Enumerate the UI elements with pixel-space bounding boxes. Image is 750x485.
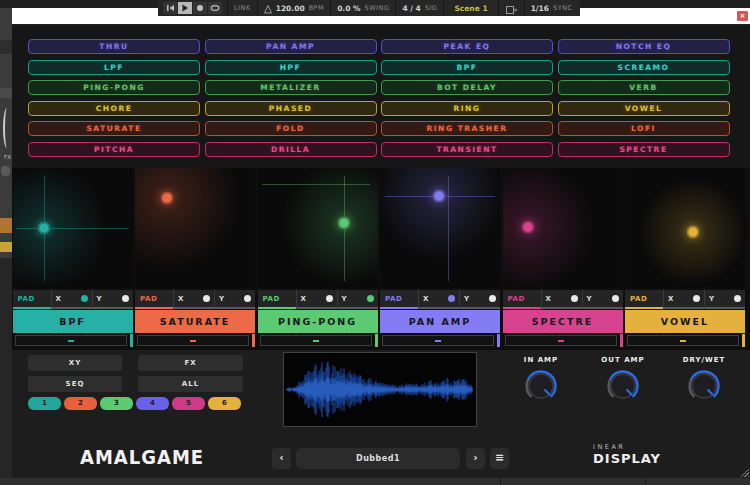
fx-button-lpf[interactable]: LPF [28,60,200,75]
y-axis-toggle[interactable]: Y [704,290,745,309]
xy-pad-surface[interactable] [258,168,378,288]
pad-effect-name[interactable]: PING-PONG [258,310,378,333]
x-axis-dot[interactable] [81,295,88,302]
fx-button-ping-pong[interactable]: PING-PONG [28,80,200,95]
xy-pad-dot[interactable] [522,220,535,233]
y-axis-dot[interactable] [244,295,251,302]
fx-button-notch-eq[interactable]: NOTCH EQ [558,39,730,54]
xy-pad-dot[interactable] [687,225,700,238]
random-slot-button-6[interactable]: 6 [208,397,241,410]
fx-button-verb[interactable]: VERB [558,80,730,95]
y-axis-toggle[interactable]: Y [214,290,255,309]
xy-pad-surface[interactable] [625,168,745,288]
scene-indicator[interactable]: Scene 1 [454,4,487,13]
pad-tab[interactable]: PAD [625,290,663,309]
xy-pad-surface[interactable] [503,168,623,288]
xy-pad-surface[interactable] [13,168,133,288]
x-axis-dot[interactable] [448,295,455,302]
fx-button-saturate[interactable]: SATURATE [28,121,200,136]
quantize-icon[interactable] [506,0,517,18]
xy-pad-dot[interactable] [161,192,174,205]
close-icon[interactable]: × [737,11,748,21]
preset-next-button[interactable]: › [466,448,485,469]
y-axis-dot[interactable] [122,295,129,302]
random-seq-button[interactable]: SEQ [28,376,122,392]
x-axis-dot[interactable] [693,295,700,302]
out-amp-knob[interactable] [606,369,640,403]
link-toggle[interactable]: LINK [234,4,251,12]
y-axis-toggle[interactable]: Y [459,290,500,309]
fx-button-transient[interactable]: TRANSIENT [381,142,553,157]
fx-button-bot-delay[interactable]: BOT DELAY [381,80,553,95]
fx-button-vowel[interactable]: VOWEL [558,101,730,116]
pad-mix-slider[interactable] [382,335,494,346]
play-button[interactable] [178,2,192,14]
fx-button-spectre[interactable]: SPECTRE [558,142,730,157]
pad-mix-slider[interactable] [137,335,249,346]
metronome-icon[interactable] [264,0,272,18]
x-axis-toggle[interactable]: X [541,290,582,309]
random-slot-button-3[interactable]: 3 [100,397,133,410]
fx-button-pan-amp[interactable]: PAN AMP [205,39,377,54]
pad-effect-name[interactable]: BPF [13,310,133,333]
xy-pad-dot[interactable] [337,217,350,230]
y-axis-toggle[interactable]: Y [582,290,623,309]
fx-button-ring[interactable]: RING [381,101,553,116]
fx-button-bpf[interactable]: BPF [381,60,553,75]
xy-pad-surface[interactable] [380,168,500,288]
pad-tab[interactable]: PAD [135,290,173,309]
slider-handle[interactable] [742,334,745,347]
xy-pad-dot[interactable] [432,189,445,202]
pad-effect-name[interactable]: VOWEL [625,310,745,333]
fx-button-lofi[interactable]: LOFI [558,121,730,136]
y-axis-dot[interactable] [612,295,619,302]
swing-value[interactable]: 0.0 % [337,4,360,13]
tempo-value[interactable]: 120.00 [276,4,305,13]
fx-button-thru[interactable]: THRU [28,39,200,54]
xy-pad-surface[interactable] [135,168,255,288]
random-xy-button[interactable]: XY [28,355,122,371]
random-all-button[interactable]: ALL [138,376,243,392]
skip-to-start-button[interactable] [163,2,177,14]
y-axis-dot[interactable] [367,295,374,302]
y-axis-dot[interactable] [734,295,741,302]
y-axis-toggle[interactable]: Y [92,290,133,309]
time-signature-value[interactable]: 4 / 4 [402,4,420,13]
pad-tab[interactable]: PAD [13,290,51,309]
y-axis-toggle[interactable]: Y [337,290,378,309]
dry-wet-knob[interactable] [687,369,721,403]
fx-button-metalizer[interactable]: METALIZER [205,80,377,95]
fx-button-ring-trasher[interactable]: RING TRASHER [381,121,553,136]
xy-pad-dot[interactable] [37,222,50,235]
slider-handle[interactable] [130,334,133,347]
fx-button-peak-eq[interactable]: PEAK EQ [381,39,553,54]
random-slot-button-2[interactable]: 2 [64,397,97,410]
random-fx-button[interactable]: FX [138,355,243,371]
fx-button-screamo[interactable]: SCREAMO [558,60,730,75]
x-axis-toggle[interactable]: X [173,290,214,309]
x-axis-dot[interactable] [326,295,333,302]
fx-button-hpf[interactable]: HPF [205,60,377,75]
random-slot-button-1[interactable]: 1 [28,397,61,410]
slider-handle[interactable] [252,334,255,347]
x-axis-dot[interactable] [203,295,210,302]
quantize-value[interactable]: 1/16 [531,4,549,13]
random-slot-button-4[interactable]: 4 [136,397,169,410]
in-amp-knob[interactable] [524,369,558,403]
slider-handle[interactable] [375,334,378,347]
preset-name-field[interactable]: Dubbed1 [296,448,460,469]
pad-tab[interactable]: PAD [380,290,418,309]
resize-handle[interactable] [740,468,749,477]
fx-button-pitcha[interactable]: PITCHA [28,142,200,157]
loop-button[interactable] [208,2,222,14]
fx-button-chore[interactable]: CHORE [28,101,200,116]
fx-button-fold[interactable]: FOLD [205,121,377,136]
x-axis-dot[interactable] [571,295,578,302]
preset-prev-button[interactable]: ‹ [272,448,291,469]
pad-effect-name[interactable]: SPECTRE [503,310,623,333]
y-axis-dot[interactable] [489,295,496,302]
pad-mix-slider[interactable] [627,335,739,346]
preset-menu-button[interactable]: ≡ [490,448,509,469]
slider-handle[interactable] [620,334,623,347]
random-slot-button-5[interactable]: 5 [172,397,205,410]
